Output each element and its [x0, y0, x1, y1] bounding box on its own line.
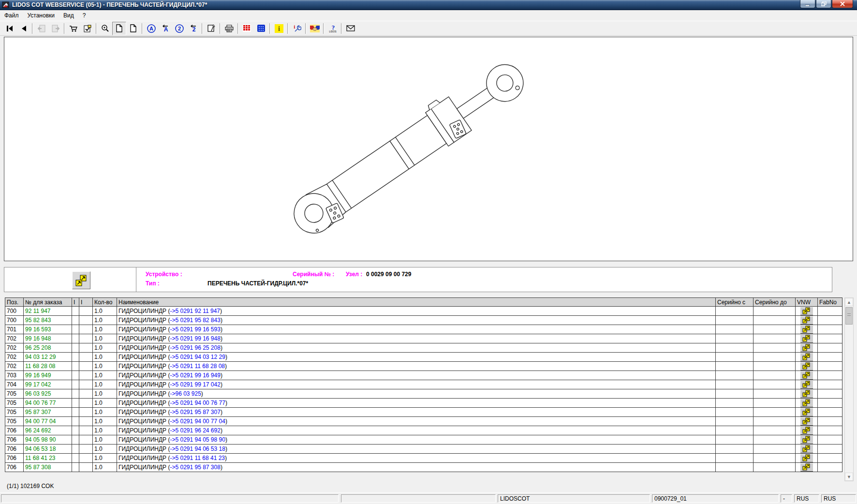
table-row[interactable]: 700 95 82 843 1.0 ГИДРОЦИЛИНДР (->5 0291…	[5, 316, 842, 325]
col-qty[interactable]: Кол-во	[93, 298, 117, 307]
info-button[interactable]: i	[272, 22, 286, 35]
part-link[interactable]: ->96 03 925	[170, 390, 201, 397]
find-2-button[interactable]: 2	[172, 22, 186, 35]
menu-help[interactable]: ?	[78, 11, 90, 20]
print-button[interactable]	[222, 22, 236, 35]
close-button[interactable]	[832, 0, 853, 8]
doc-forward-icon[interactable]	[48, 22, 62, 35]
part-link[interactable]: ->5 0291 94 03 12 29	[170, 354, 225, 360]
vnw-link-button[interactable]	[72, 271, 90, 289]
scroll-thumb[interactable]	[845, 307, 853, 325]
table-row[interactable]: 706 94 06 53 18 1.0 ГИДРОЦИЛИНДР (->5 02…	[5, 445, 842, 454]
vnw-row-link-icon[interactable]	[800, 326, 813, 334]
table-row[interactable]: 705 94 00 77 04 1.0 ГИДРОЦИЛИНДР (->5 02…	[5, 417, 842, 426]
vnw-row-link-icon[interactable]	[800, 436, 813, 444]
cell-order-no[interactable]: 94 05 98 90	[24, 435, 72, 445]
restore-button[interactable]	[816, 0, 831, 8]
table-row[interactable]: 701 99 16 593 1.0 ГИДРОЦИЛИНДР (->5 0291…	[5, 325, 842, 334]
table-row[interactable]: 705 96 03 925 1.0 ГИДРОЦИЛИНДР (->96 03 …	[5, 389, 842, 399]
part-link[interactable]: ->5 0291 99 16 949	[170, 372, 220, 379]
page-current-button[interactable]	[112, 22, 126, 35]
col-serial-to[interactable]: Серийно до	[754, 298, 796, 307]
vnw-row-link-icon[interactable]	[800, 316, 813, 325]
cart-button[interactable]	[66, 22, 80, 35]
nav-first-button[interactable]	[2, 22, 16, 35]
col-order-no[interactable]: № для заказа	[24, 298, 72, 307]
drawing-panel[interactable]	[4, 37, 853, 261]
vnw-row-link-icon[interactable]	[800, 417, 813, 426]
part-link[interactable]: ->5 0291 95 87 307	[170, 409, 220, 415]
notes-button[interactable]	[204, 22, 218, 35]
page-overview-button[interactable]	[126, 22, 140, 35]
cell-order-no[interactable]: 99 16 593	[24, 325, 72, 334]
table-row[interactable]: 702 94 03 12 29 1.0 ГИДРОЦИЛИНДР (->5 02…	[5, 353, 842, 362]
table-row[interactable]: 705 94 00 76 77 1.0 ГИДРОЦИЛИНДР (->5 02…	[5, 399, 842, 408]
table-row[interactable]: 702 96 25 208 1.0 ГИДРОЦИЛИНДР (->5 0291…	[5, 343, 842, 353]
vnw-row-link-icon[interactable]	[800, 362, 813, 371]
col-pos[interactable]: Поз.	[5, 298, 24, 307]
cell-order-no[interactable]: 96 25 208	[24, 343, 72, 353]
cell-order-no[interactable]: 95 87 307	[24, 408, 72, 417]
cell-order-no[interactable]: 96 24 692	[24, 426, 72, 435]
part-link[interactable]: ->5 0291 99 16 948	[170, 335, 220, 342]
vnw-row-link-icon[interactable]	[800, 445, 813, 453]
menu-settings[interactable]: Установки	[23, 11, 59, 20]
cell-order-no[interactable]: 11 68 41 23	[24, 454, 72, 463]
part-link[interactable]: ->5 0291 94 06 53 18	[170, 445, 225, 452]
vnw-row-link-icon[interactable]	[800, 463, 813, 472]
cell-order-no[interactable]: 99 16 949	[24, 371, 72, 380]
minimize-button[interactable]	[800, 0, 815, 8]
vnw-row-link-icon[interactable]	[800, 381, 813, 389]
vnw-row-link-icon[interactable]	[800, 454, 813, 462]
table-row[interactable]: 703 99 16 949 1.0 ГИДРОЦИЛИНДР (->5 0291…	[5, 371, 842, 380]
col-name[interactable]: Наименование	[117, 298, 716, 307]
cell-order-no[interactable]: 94 03 12 29	[24, 353, 72, 362]
doc-back-icon[interactable]	[34, 22, 48, 35]
cell-order-no[interactable]: 95 82 843	[24, 316, 72, 325]
lidos-help-button[interactable]: ?LIDOS	[325, 22, 340, 35]
part-link[interactable]: ->5 0291 11 68 41 23	[170, 455, 225, 461]
part-link[interactable]: ->5 0291 95 87 308	[170, 464, 220, 471]
vnw-row-link-icon[interactable]	[800, 371, 813, 380]
part-link[interactable]: ->5 0291 99 16 593	[170, 326, 220, 333]
cell-order-no[interactable]: 99 16 948	[24, 334, 72, 343]
vnw-row-link-icon[interactable]	[800, 427, 813, 435]
part-link[interactable]: ->5 0291 94 00 77 04	[170, 418, 225, 425]
find-a-button[interactable]: A	[144, 22, 158, 35]
cell-order-no[interactable]: 11 68 28 08	[24, 362, 72, 371]
part-link[interactable]: ->5 0291 92 11 947	[170, 308, 220, 314]
return-a-button[interactable]: A	[158, 22, 172, 35]
mail-button[interactable]	[343, 22, 357, 35]
vnw-row-link-icon[interactable]	[800, 307, 813, 315]
vnw-row-link-icon[interactable]	[800, 399, 813, 407]
order-check-button[interactable]	[80, 22, 94, 35]
table-row[interactable]: 706 95 87 308 1.0 ГИДРОЦИЛИНДР (->5 0291…	[5, 463, 842, 472]
col-serial-from[interactable]: Серийно с	[716, 298, 754, 307]
col-i2[interactable]: I	[79, 298, 93, 307]
cell-order-no[interactable]: 94 00 76 77	[24, 399, 72, 408]
vnw-row-link-icon[interactable]	[800, 335, 813, 343]
menu-file[interactable]: Файл	[0, 11, 23, 20]
vnw-row-link-icon[interactable]	[800, 353, 813, 361]
grid-red-button[interactable]	[240, 22, 254, 35]
table-scrollbar[interactable]: ▲ ▼	[844, 297, 854, 481]
partners-button[interactable]	[308, 22, 322, 35]
part-link[interactable]: ->5 0291 96 25 208	[170, 344, 220, 351]
table-row[interactable]: 706 11 68 41 23 1.0 ГИДРОЦИЛИНДР (->5 02…	[5, 454, 842, 463]
grid-blue-button[interactable]	[254, 22, 268, 35]
part-link[interactable]: ->5 0291 99 17 042	[170, 381, 220, 388]
cell-order-no[interactable]: 99 17 042	[24, 380, 72, 389]
vnw-row-link-icon[interactable]	[800, 390, 813, 398]
table-row[interactable]: 704 99 17 042 1.0 ГИДРОЦИЛИНДР (->5 0291…	[5, 380, 842, 389]
part-link[interactable]: ->5 0291 94 00 76 77	[170, 400, 225, 406]
nav-previous-button[interactable]	[16, 22, 30, 35]
table-row[interactable]: 706 94 05 98 90 1.0 ГИДРОЦИЛИНДР (->5 02…	[5, 435, 842, 445]
table-row[interactable]: 702 11 68 28 08 1.0 ГИДРОЦИЛИНДР (->5 02…	[5, 362, 842, 371]
part-link[interactable]: ->5 0291 95 82 843	[170, 317, 220, 324]
scroll-down-button[interactable]: ▼	[845, 473, 853, 481]
part-link[interactable]: ->5 0291 96 24 692	[170, 427, 220, 434]
cell-order-no[interactable]: 94 06 53 18	[24, 445, 72, 454]
part-link[interactable]: ->5 0291 94 05 98 90	[170, 436, 225, 443]
col-i1[interactable]: I	[72, 298, 79, 307]
table-row[interactable]: 700 92 11 947 1.0 ГИДРОЦИЛИНДР (->5 0291…	[5, 307, 842, 316]
